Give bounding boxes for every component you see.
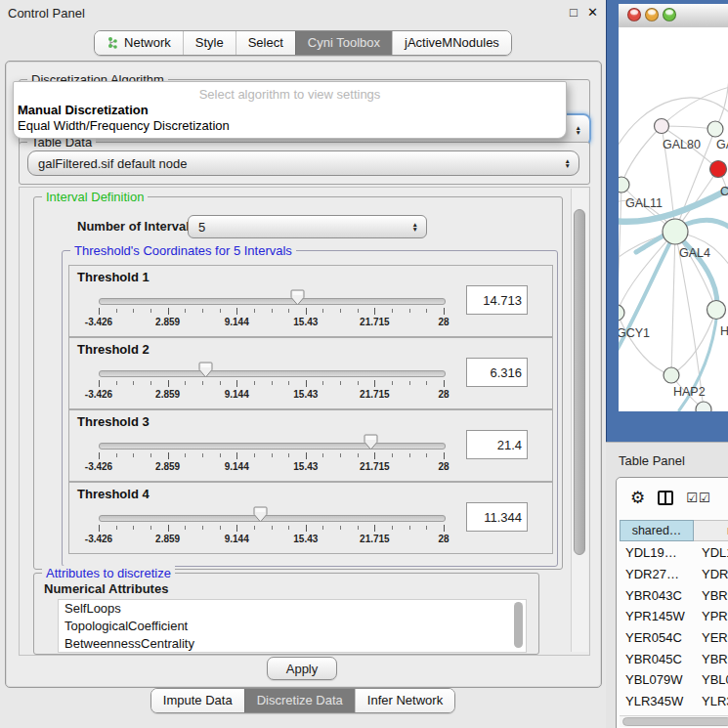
- table-row[interactable]: YIL052CYIL0: [620, 712, 728, 715]
- slider-tick: [168, 525, 169, 532]
- slider-tick: [322, 381, 323, 385]
- slider-tick: [322, 309, 323, 313]
- table-row[interactable]: YDR27…YDR2: [620, 564, 728, 585]
- float-window-icon[interactable]: □: [570, 5, 578, 20]
- close-icon[interactable]: ✕: [587, 5, 598, 20]
- threshold-label: Threshold 4: [77, 487, 150, 501]
- slider-tick: [168, 452, 169, 459]
- slider-tick: [116, 453, 117, 457]
- horizontal-scrollbar-track[interactable]: [620, 715, 728, 727]
- slider-tick: [116, 381, 117, 385]
- tab-style[interactable]: Style: [183, 31, 236, 55]
- close-button[interactable]: [627, 8, 641, 21]
- list-scrollbar-thumb[interactable]: [514, 602, 523, 648]
- network-canvas[interactable]: GAL80GACGAL11GAL4GCY1HHAP2: [619, 27, 728, 411]
- horizontal-scrollbar-thumb[interactable]: [622, 717, 728, 726]
- tab-infer-network[interactable]: Infer Network: [355, 689, 454, 712]
- popup-option-equal-width-frequency[interactable]: Equal Width/Frequency Discretization: [18, 118, 230, 133]
- tick-label: 21.715: [360, 534, 390, 544]
- slider-tick: [409, 309, 410, 313]
- network-node-gal11[interactable]: [619, 177, 629, 193]
- network-node-gal80[interactable]: [655, 119, 669, 134]
- slider-track[interactable]: [99, 298, 446, 305]
- tick-label: 2.859: [155, 389, 180, 400]
- slider-tick: [426, 453, 427, 457]
- tab-label: Network: [124, 35, 171, 50]
- tab-network[interactable]: Network: [95, 31, 183, 55]
- slider-tick: [272, 526, 273, 530]
- column-header-shared[interactable]: shared…: [620, 520, 694, 541]
- threshold-panel-1: Threshold 1-3.4262.8599.14415.4321.71528…: [68, 265, 553, 337]
- threshold-value-field[interactable]: 14.713: [466, 285, 528, 315]
- network-node-gcy1[interactable]: [619, 305, 624, 321]
- attribute-item-topologicalcoefficient[interactable]: TopologicalCoefficient: [59, 618, 526, 635]
- tick-label: 28: [438, 389, 449, 400]
- tab-label: jActiveMNodules: [405, 35, 499, 50]
- network-node-h[interactable]: [707, 301, 726, 320]
- node-label: GAL4: [679, 246, 710, 260]
- slider-tick: [340, 526, 341, 530]
- slider-tick: [202, 309, 203, 313]
- table-row[interactable]: YBR043CYBR0: [620, 584, 728, 606]
- network-node-c[interactable]: [710, 161, 727, 178]
- network-node[interactable]: [696, 402, 711, 411]
- network-node-hap2[interactable]: [664, 367, 679, 383]
- control-panel-titlebar: Control Panel □ ✕: [0, 0, 606, 25]
- table-row[interactable]: YDL19…YDL1: [620, 542, 728, 564]
- tab-select[interactable]: Select: [236, 31, 295, 55]
- vertical-scrollbar-thumb[interactable]: [574, 209, 585, 555]
- network-icon: [107, 36, 119, 50]
- zoom-button[interactable]: [663, 8, 676, 21]
- column-header-n[interactable]: n: [694, 520, 728, 541]
- network-node-gal4[interactable]: [663, 219, 688, 244]
- slider-tick: [236, 308, 237, 315]
- slider-thumb[interactable]: [253, 506, 268, 523]
- cell-shared-name: YER054C: [620, 630, 694, 645]
- slider-thumb[interactable]: [364, 434, 378, 450]
- slider-tick: [272, 309, 273, 313]
- popup-option-manual-discretization[interactable]: Manual Discretization: [18, 103, 149, 117]
- table-row[interactable]: YBR045CYBR0: [620, 648, 728, 669]
- slider-tick: [358, 309, 359, 313]
- slider-tick: [444, 525, 445, 532]
- slider-tick: [99, 452, 100, 459]
- threshold-value-field[interactable]: 21.4: [466, 430, 528, 459]
- threshold-value-field[interactable]: 11.344: [466, 502, 528, 532]
- cyni-toolbox-panel: Discretization Algorithm ▲▼ Table Data g…: [5, 61, 602, 688]
- tab-jactivemnodules[interactable]: jActiveMNodules: [392, 31, 511, 55]
- number-of-intervals-spinner[interactable]: 5 ▲▼: [188, 215, 427, 238]
- slider-thumb[interactable]: [198, 362, 213, 378]
- slider-track[interactable]: [99, 515, 446, 522]
- split-view-icon[interactable]: [658, 491, 673, 505]
- slider-tick: [409, 453, 410, 457]
- slider-tick: [202, 526, 203, 530]
- checkbox-icons[interactable]: ☑☑: [686, 491, 710, 505]
- slider-tick: [133, 309, 134, 313]
- slider-thumb[interactable]: [290, 289, 305, 306]
- slider-track[interactable]: [99, 443, 446, 450]
- table-data-combo[interactable]: galFiltered.sif default node ▲▼: [27, 150, 579, 176]
- tab-cyni-toolbox[interactable]: Cyni Toolbox: [295, 31, 392, 55]
- apply-button[interactable]: Apply: [267, 657, 337, 680]
- table-panel-title: Table Panel: [619, 453, 685, 468]
- network-node-ga[interactable]: [707, 121, 723, 137]
- vertical-scrollbar-track[interactable]: [571, 189, 588, 652]
- slider-tick: [322, 526, 323, 530]
- table-row[interactable]: YLR345WYLR3: [620, 691, 728, 712]
- tab-discretize-data[interactable]: Discretize Data: [244, 689, 355, 712]
- attribute-item-betweennesscentrality[interactable]: BetweennessCentrality: [59, 635, 526, 653]
- control-panel-window: Control Panel □ ✕ NetworkStyleSelectCyni…: [0, 0, 606, 728]
- tab-impute-data[interactable]: Impute Data: [151, 689, 244, 712]
- slider-tick: [392, 309, 393, 313]
- slider-track[interactable]: [99, 370, 446, 377]
- attribute-item-selfloops[interactable]: SelfLoops: [59, 600, 526, 618]
- slider-tick: [254, 453, 255, 457]
- slider-tick: [374, 525, 375, 532]
- gear-icon[interactable]: ⚙: [630, 488, 645, 508]
- threshold-value-field[interactable]: 6.316: [466, 358, 528, 387]
- table-row[interactable]: YPR145WYPR1: [620, 606, 728, 627]
- table-row[interactable]: YBL079WYBL0: [620, 669, 728, 691]
- slider-tick: [426, 309, 427, 313]
- minimize-button[interactable]: [645, 8, 659, 21]
- table-row[interactable]: YER054CYER0: [620, 627, 728, 649]
